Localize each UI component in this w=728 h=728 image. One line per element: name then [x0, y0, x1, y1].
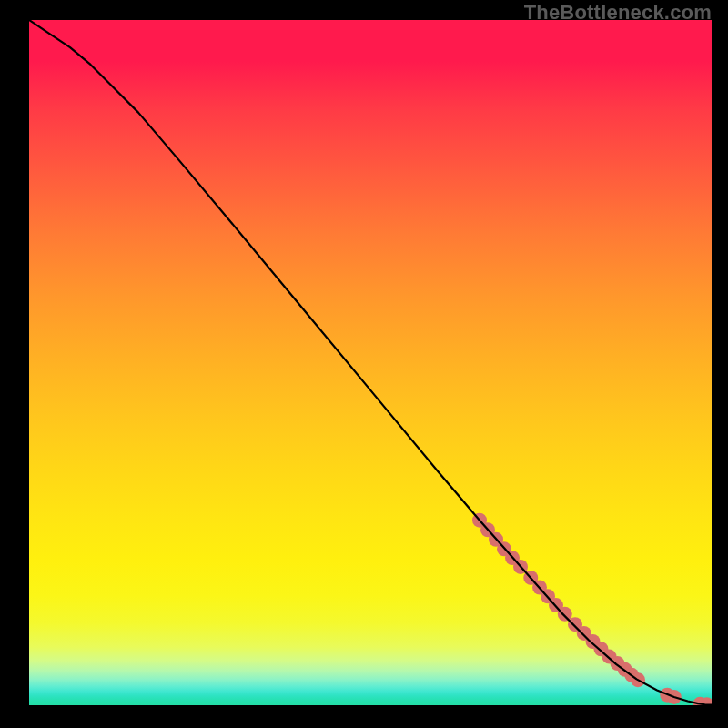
chart-frame: TheBottleneck.com — [0, 0, 728, 728]
plot-area — [29, 20, 712, 705]
scatter-layer — [472, 513, 712, 705]
curve-line — [29, 20, 712, 705]
data-point — [558, 607, 572, 622]
chart-svg — [29, 20, 712, 705]
